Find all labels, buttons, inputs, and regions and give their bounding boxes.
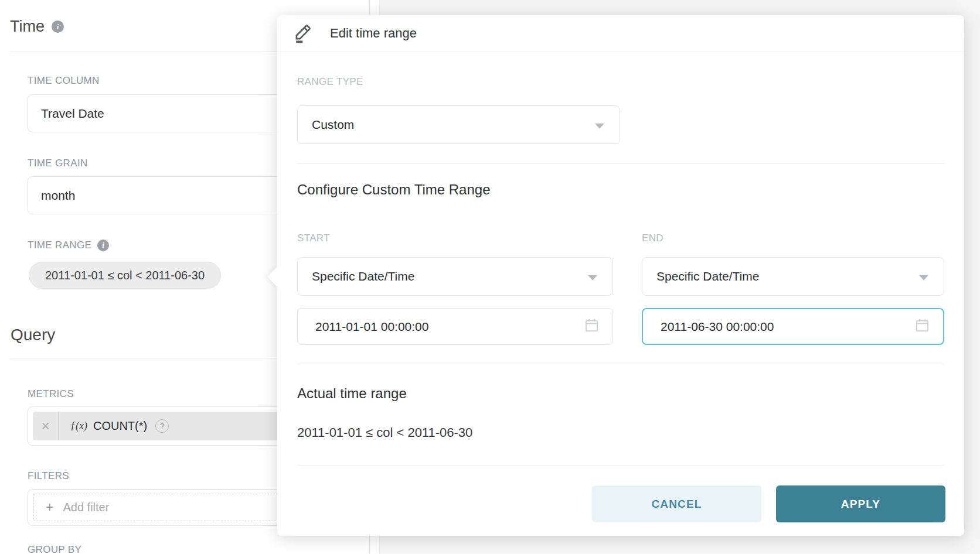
start-type-select[interactable]: Specific Date/Time [297,257,613,296]
calendar-icon[interactable] [584,317,600,336]
edit-time-range-modal: Edit time range RANGE TYPE Custom Config… [277,15,964,536]
end-datetime-input[interactable]: 2011-06-30 00:00:00 [642,308,944,345]
help-icon[interactable]: ? [155,419,169,433]
modal-divider [297,465,944,466]
add-filter-label: Add filter [63,501,109,514]
end-type-value: Specific Date/Time [656,269,759,283]
actual-time-range-heading: Actual time range [297,385,407,402]
end-datetime-value: 2011-06-30 00:00:00 [661,320,774,334]
modal-divider [297,364,944,364]
start-label: START [297,232,330,244]
metric-name: COUNT(*) [93,419,147,433]
plus-icon: + [46,500,53,515]
caret-down-icon [588,275,597,281]
time-column-label: TIME COLUMN [28,75,100,87]
close-icon[interactable]: × [33,412,59,440]
modal-title: Edit time range [330,26,417,41]
range-type-value: Custom [312,118,354,132]
info-icon[interactable]: i [97,240,109,251]
calendar-icon[interactable] [914,317,930,336]
start-type-value: Specific Date/Time [312,269,414,283]
info-icon[interactable]: i [52,20,64,33]
filters-label: FILTERS [28,470,69,482]
range-type-label: RANGE TYPE [297,76,363,88]
time-section-title: Time i [10,18,64,36]
actual-time-range-value: 2011-01-01 ≤ col < 2011-06-30 [297,425,472,440]
pencil-icon [292,21,314,46]
time-range-label: TIME RANGE i [28,240,109,251]
configure-heading: Configure Custom Time Range [297,182,490,198]
range-type-select[interactable]: Custom [297,105,620,144]
metrics-label: METRICS [28,388,74,400]
caret-down-icon [595,124,604,129]
query-section-label: Query [11,326,55,344]
end-label: END [642,232,663,244]
modal-header: Edit time range [277,15,964,52]
fx-icon: ƒ(x) [70,420,87,432]
time-section-label: Time [10,18,45,36]
time-range-pill-text: 2011-01-01 ≤ col < 2011-06-30 [45,269,205,282]
caret-down-icon [919,275,928,281]
time-column-value: Travel Date [41,107,104,121]
apply-button[interactable]: APPLY [776,485,945,522]
time-grain-value: month [41,189,75,203]
start-datetime-input[interactable]: 2011-01-01 00:00:00 [297,308,613,345]
cancel-button[interactable]: CANCEL [592,485,761,522]
time-grain-label: TIME GRAIN [28,158,88,169]
query-section-title: Query [11,326,55,344]
end-type-select[interactable]: Specific Date/Time [642,257,944,296]
start-datetime-value: 2011-01-01 00:00:00 [315,320,428,334]
time-range-pill[interactable]: 2011-01-01 ≤ col < 2011-06-30 [29,262,221,289]
time-range-label-text: TIME RANGE [28,240,91,251]
modal-divider [297,163,944,164]
group-by-label: GROUP BY [28,544,81,554]
